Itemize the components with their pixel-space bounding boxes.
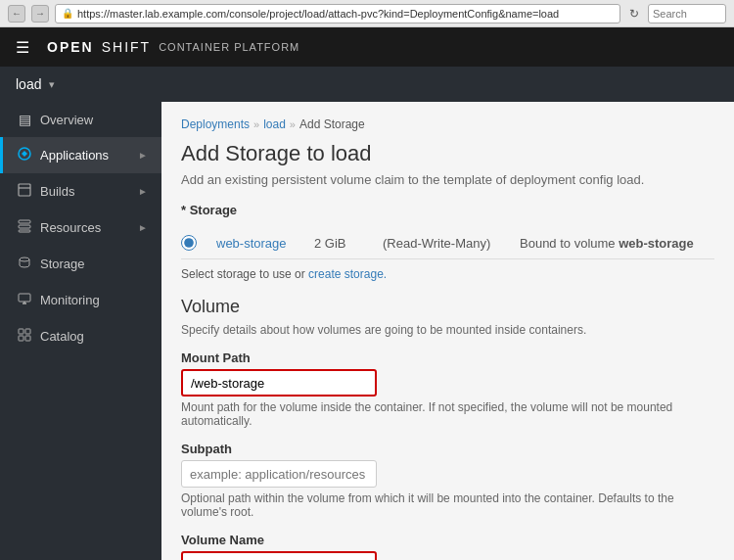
resources-arrow: ► — [138, 222, 148, 233]
brand-open: OPEN — [47, 39, 94, 55]
sidebar: ▤ Overview Applications ► Builds ► — [0, 102, 161, 560]
storage-bound-volume: web-storage — [619, 236, 694, 251]
refresh-button[interactable]: ↻ — [626, 6, 642, 22]
svg-rect-11 — [25, 329, 30, 334]
os-header: ☰ OPENSHIFT CONTAINER PLATFORM — [0, 27, 734, 67]
storage-bound: Bound to volume web-storage — [520, 236, 694, 251]
url-bar[interactable]: 🔒 https://master.lab.example.com/console… — [55, 4, 620, 23]
os-brand: OPENSHIFT CONTAINER PLATFORM — [47, 39, 299, 55]
sidebar-catalog-label: Catalog — [40, 329, 84, 344]
sidebar-item-catalog[interactable]: Catalog — [0, 318, 161, 354]
svg-point-6 — [20, 257, 29, 261]
mount-path-hint: Mount path for the volume inside the con… — [181, 400, 714, 428]
breadcrumb-deployments[interactable]: Deployments — [181, 117, 250, 131]
monitoring-icon — [17, 292, 32, 308]
back-button[interactable]: ← — [8, 5, 25, 23]
storage-row: web-storage 2 GiB (Read-Write-Many) Boun… — [181, 227, 714, 259]
main-content: Deployments » load » Add Storage Add Sto… — [161, 102, 734, 560]
svg-rect-5 — [19, 230, 30, 232]
applications-arrow: ► — [138, 150, 148, 161]
mount-path-input[interactable] — [181, 369, 377, 397]
sidebar-item-applications[interactable]: Applications ► — [0, 137, 161, 173]
sidebar-monitoring-label: Monitoring — [40, 293, 100, 307]
sidebar-applications-label: Applications — [40, 148, 109, 163]
browser-bar: ← → 🔒 https://master.lab.example.com/con… — [0, 0, 734, 27]
mount-path-group: Mount Path Mount path for the volume ins… — [181, 350, 714, 428]
hamburger-button[interactable]: ☰ — [16, 38, 29, 57]
storage-section-label: * Storage — [181, 203, 714, 217]
storage-size: 2 GiB — [314, 236, 363, 251]
svg-rect-7 — [19, 294, 30, 302]
svg-rect-10 — [19, 329, 23, 334]
project-dropdown[interactable]: ▾ — [49, 78, 55, 91]
page-title: Add Storage to load — [181, 141, 714, 166]
brand-shift: SHIFT — [102, 39, 151, 55]
sidebar-item-monitoring[interactable]: Monitoring — [0, 282, 161, 318]
svg-rect-13 — [25, 336, 30, 341]
sidebar-storage-label: Storage — [40, 257, 85, 271]
builds-arrow: ► — [138, 186, 148, 197]
breadcrumb-sep1: » — [253, 118, 259, 130]
project-name: load — [16, 76, 41, 92]
url-text: https://master.lab.example.com/console/p… — [77, 8, 559, 20]
sub-header: load ▾ — [0, 67, 734, 102]
volume-title: Volume — [181, 297, 714, 317]
volume-description: Specify details about how volumes are go… — [181, 323, 714, 337]
breadcrumb: Deployments » load » Add Storage — [181, 117, 714, 131]
lock-icon: 🔒 — [62, 8, 73, 19]
sidebar-item-storage[interactable]: Storage — [0, 246, 161, 282]
subpath-hint: Optional path within the volume from whi… — [181, 491, 714, 519]
svg-rect-12 — [19, 336, 23, 341]
subpath-label: Subpath — [181, 442, 714, 456]
storage-mode: (Read-Write-Many) — [383, 236, 500, 251]
select-hint: Select storage to use or create storage. — [181, 267, 714, 281]
volume-name-group: Volume Name Unique name used to identify… — [181, 533, 714, 560]
brand-sub: CONTAINER PLATFORM — [159, 41, 299, 53]
storage-radio[interactable] — [181, 235, 197, 251]
volume-name-input[interactable] — [181, 551, 377, 560]
storage-icon — [17, 256, 32, 272]
sidebar-builds-label: Builds — [40, 184, 74, 199]
svg-rect-3 — [19, 220, 30, 223]
breadcrumb-load[interactable]: load — [263, 117, 286, 131]
browser-search-input[interactable] — [648, 4, 726, 23]
svg-rect-1 — [19, 184, 30, 196]
sidebar-item-overview[interactable]: ▤ Overview — [0, 102, 161, 137]
main-layout: ▤ Overview Applications ► Builds ► — [0, 102, 734, 560]
sidebar-item-builds[interactable]: Builds ► — [0, 173, 161, 210]
svg-rect-4 — [19, 225, 30, 228]
mount-path-label: Mount Path — [181, 350, 714, 365]
volume-name-label: Volume Name — [181, 533, 714, 547]
catalog-icon — [17, 328, 32, 345]
subpath-input[interactable] — [181, 460, 377, 488]
breadcrumb-sep2: » — [290, 118, 296, 130]
overview-icon: ▤ — [17, 112, 32, 127]
builds-icon — [17, 183, 32, 200]
breadcrumb-current: Add Storage — [299, 117, 365, 131]
sidebar-resources-label: Resources — [40, 220, 101, 235]
create-storage-link[interactable]: create storage. — [308, 267, 387, 281]
forward-button[interactable]: → — [31, 5, 49, 23]
applications-icon — [17, 147, 32, 163]
sidebar-item-label: Overview — [40, 113, 93, 127]
storage-name[interactable]: web-storage — [216, 236, 295, 251]
page-description: Add an existing persistent volume claim … — [181, 172, 714, 187]
resources-icon — [17, 219, 32, 236]
sidebar-item-resources[interactable]: Resources ► — [0, 210, 161, 246]
subpath-group: Subpath Optional path within the volume … — [181, 442, 714, 519]
